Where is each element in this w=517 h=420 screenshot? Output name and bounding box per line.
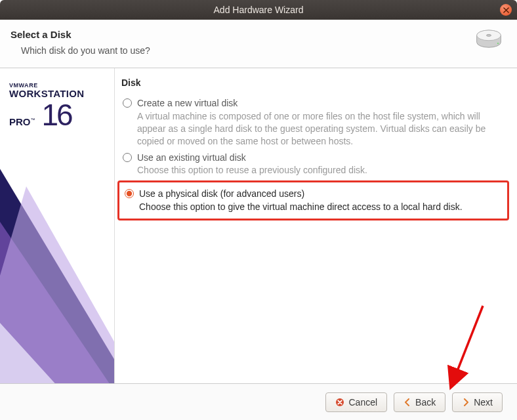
- header-text: Select a Disk Which disk do you want to …: [10, 29, 150, 56]
- option-existing-disk[interactable]: Use an existing virtual disk Choose this…: [121, 149, 505, 178]
- sidebar: VMWARE WORKSTATION PRO™ 16: [0, 68, 115, 383]
- wizard-footer: Cancel Back Next: [0, 383, 517, 420]
- annotation-highlight: Use a physical disk (for advanced users)…: [117, 180, 509, 220]
- svg-point-3: [497, 43, 499, 44]
- chevron-left-icon: [403, 398, 411, 406]
- option-create-new-disk[interactable]: Create a new virtual disk A virtual mach…: [121, 94, 505, 149]
- wizard-body: VMWARE WORKSTATION PRO™ 16 Disk Create a…: [0, 68, 517, 383]
- button-label: Cancel: [348, 397, 377, 408]
- vmware-logo: VMWARE WORKSTATION PRO™ 16: [9, 83, 84, 131]
- option-desc: A virtual machine is composed of one or …: [137, 110, 504, 148]
- option-desc: Choose this option to reuse a previously…: [137, 164, 367, 177]
- wizard-window: Add Hardware Wizard Select a Disk Which …: [0, 0, 517, 420]
- brand-pro: PRO™: [9, 117, 35, 127]
- chevron-right-icon: [462, 398, 470, 406]
- option-physical-disk[interactable]: Use a physical disk (for advanced users)…: [123, 185, 503, 215]
- option-label: Use an existing virtual disk: [137, 152, 367, 164]
- sidebar-decoration: [0, 147, 115, 383]
- radio-create-new-disk[interactable]: [123, 98, 132, 148]
- next-button[interactable]: Next: [452, 392, 503, 412]
- page-title: Select a Disk: [10, 29, 150, 40]
- cancel-icon: [335, 398, 344, 407]
- option-desc: Choose this option to give the virtual m…: [139, 201, 463, 213]
- radio-physical-disk[interactable]: [125, 189, 134, 213]
- titlebar: Add Hardware Wizard: [0, 0, 517, 20]
- button-label: Back: [415, 397, 436, 408]
- close-icon[interactable]: [500, 4, 512, 16]
- svg-point-2: [487, 34, 491, 36]
- option-label: Create a new virtual disk: [137, 97, 504, 110]
- cancel-button[interactable]: Cancel: [325, 392, 387, 412]
- option-label: Use a physical disk (for advanced users): [139, 188, 463, 200]
- button-label: Next: [474, 397, 493, 408]
- brand-version: 16: [42, 99, 72, 131]
- section-title: Disk: [121, 77, 505, 88]
- window-title: Add Hardware Wizard: [0, 5, 517, 15]
- hard-disk-icon: [475, 29, 503, 52]
- wizard-header: Select a Disk Which disk do you want to …: [0, 20, 517, 68]
- back-button[interactable]: Back: [394, 392, 445, 412]
- main-panel: Disk Create a new virtual disk A virtual…: [115, 68, 517, 383]
- page-subtitle: Which disk do you want to use?: [21, 45, 150, 56]
- radio-existing-disk[interactable]: [123, 153, 132, 177]
